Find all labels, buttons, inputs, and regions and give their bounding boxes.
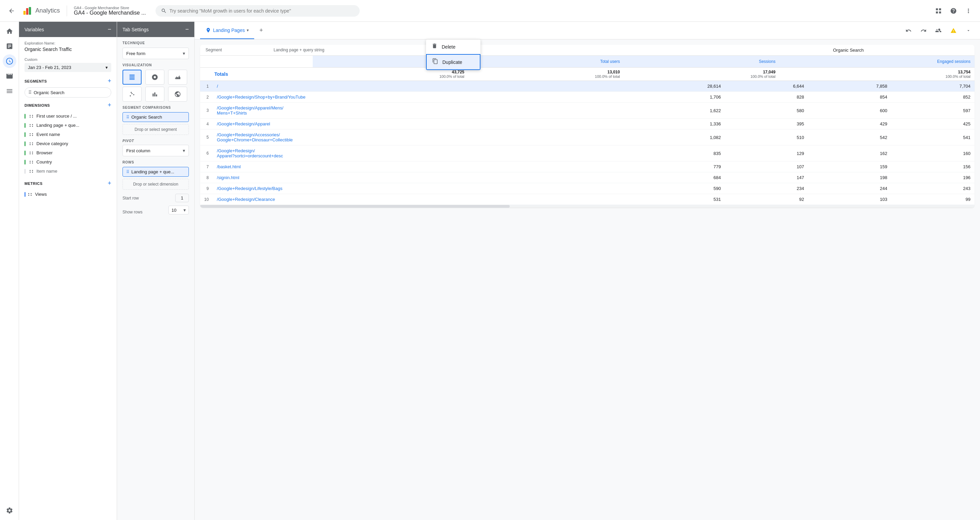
tab-bar: Landing Pages ▾ + Delete Duplicate (195, 22, 980, 40)
row-page-5[interactable]: /Google+Redesign/Apparel?sortci=ordersco… (213, 146, 631, 162)
date-picker[interactable]: Jan 23 - Feb 21, 2023 ▾ (24, 63, 111, 72)
row-views-1: 1,706 (631, 92, 725, 103)
duplicate-icon (432, 58, 438, 66)
viz-globe[interactable] (168, 87, 187, 101)
row-users-4: 510 (725, 130, 808, 146)
left-nav (0, 22, 19, 520)
row-page-7[interactable]: /signin.html (213, 172, 631, 183)
grid-button[interactable] (932, 5, 945, 17)
metric-views[interactable]: Views (24, 190, 111, 199)
rows-chip[interactable]: ⠿ Landing page + que... (123, 167, 189, 177)
totals-users: 13,010 100.0% of total (469, 68, 624, 81)
dim-device-category-label: Device category (37, 141, 111, 146)
drop-dimension-zone[interactable]: Drop or select dimension (123, 179, 189, 190)
row-views-7: 684 (631, 172, 725, 183)
viz-scatter[interactable] (123, 87, 142, 101)
tab-add-button[interactable]: + (256, 25, 266, 36)
warning-more[interactable] (962, 24, 975, 37)
context-menu-duplicate[interactable]: Duplicate (426, 54, 480, 70)
nav-explore[interactable] (3, 54, 16, 68)
row-page-6[interactable]: /basket.html (213, 162, 631, 172)
nav-settings[interactable] (3, 504, 16, 517)
dim-event-name[interactable]: Event name (24, 130, 111, 139)
dim-first-user-source-label: First user source / ... (37, 114, 111, 119)
show-rows-select[interactable]: 10 ▾ (169, 206, 189, 214)
row-page-3[interactable]: /Google+Redesign/Apparel (213, 119, 631, 130)
app-info: GA4 - Google Merchandise Store GA4 - Goo… (74, 6, 146, 16)
dim-country[interactable]: Country (24, 157, 111, 166)
row-page-4[interactable]: /Google+Redesign/Accessories/Google+Chro… (213, 130, 631, 146)
scrollbar-thumb[interactable] (200, 205, 510, 208)
start-row-value[interactable]: 1 (175, 194, 189, 202)
row-page-9[interactable]: /Google+Redesign/Clearance (213, 194, 631, 205)
redo-button[interactable] (917, 24, 930, 37)
dim-bar-green6 (24, 160, 25, 165)
more-button[interactable] (962, 5, 975, 17)
th-sessions[interactable]: Sessions (624, 56, 780, 68)
technique-select[interactable]: Free form ▾ (123, 48, 189, 59)
start-row-setting: Start row 1 (123, 194, 189, 202)
segment-chip-organic[interactable]: ⠿ Organic Search (24, 87, 111, 98)
row-page-1[interactable]: /Google+Redesign/Shop+by+Brand/YouTube (213, 92, 631, 103)
undo-button[interactable] (902, 24, 915, 37)
th-engaged[interactable]: Engaged sessions (780, 56, 975, 68)
dim-first-user-source[interactable]: First user source / ... (24, 111, 111, 120)
search-box[interactable] (156, 5, 360, 17)
drop-segment-zone[interactable]: Drop or select segment (123, 124, 189, 135)
row-users-8: 234 (725, 183, 808, 194)
row-num-3: 4 (200, 119, 213, 130)
totals-engaged: 13,754 100.0% of total (780, 68, 975, 81)
dim-device-category[interactable]: Device category (24, 139, 111, 148)
nav-reports[interactable] (3, 40, 16, 53)
row-views-6: 779 (631, 162, 725, 172)
pivot-select[interactable]: First column ▾ (123, 145, 189, 156)
row-page-8[interactable]: /Google+Redesign/Lifestyle/Bags (213, 183, 631, 194)
metric-bar-blue (24, 192, 25, 197)
nav-configure[interactable] (3, 84, 16, 98)
search-input[interactable] (169, 8, 354, 14)
row-num-2: 3 (200, 103, 213, 119)
warning-button[interactable] (947, 24, 959, 37)
tab-settings-content: TECHNIQUE Free form ▾ VISUALIZATION (117, 37, 194, 226)
viz-table[interactable] (123, 70, 142, 85)
tab-settings-title: Tab Settings (123, 27, 149, 32)
row-page-2[interactable]: /Google+Redesign/Apparel/Mens/Mens+T+Shi… (213, 103, 631, 119)
viz-line[interactable] (168, 70, 187, 85)
dim-browser[interactable]: Browser (24, 148, 111, 157)
dimensions-section-header: DIMENSIONS + (24, 101, 111, 109)
segment-dots-icon: ⠿ (28, 90, 32, 95)
context-menu-delete[interactable]: Delete (426, 40, 480, 54)
row-num-7: 8 (200, 172, 213, 183)
share-button[interactable] (932, 24, 945, 37)
tab-settings-minimize[interactable]: − (185, 26, 189, 33)
seg-comparisons-label: SEGMENT COMPARISONS (123, 106, 189, 109)
metrics-add[interactable]: + (108, 180, 111, 187)
nav-advertising[interactable] (3, 69, 16, 83)
row-users-3: 395 (725, 119, 808, 130)
row-page-0[interactable]: / (213, 81, 631, 92)
viz-bar[interactable] (145, 87, 164, 101)
nav-home[interactable] (3, 24, 16, 38)
tab-dropdown-arrow[interactable]: ▾ (247, 28, 249, 33)
dim-item-name[interactable]: Item name (24, 166, 111, 176)
dim-landing-page[interactable]: Landing page + que... (24, 120, 111, 130)
dim-landing-page-label: Landing page + que... (37, 123, 111, 128)
th-total-users[interactable]: Total users (469, 56, 624, 68)
tab-landing-pages[interactable]: Landing Pages ▾ (200, 22, 254, 39)
segments-add[interactable]: + (108, 78, 111, 85)
row-sessions-1: 854 (808, 92, 891, 103)
segment-comparison-chip[interactable]: ⠿ Organic Search (123, 112, 189, 122)
th-page (210, 56, 313, 68)
horizontal-scrollbar[interactable] (200, 205, 975, 208)
row-num-4: 5 (200, 130, 213, 146)
dimensions-add[interactable]: + (108, 101, 111, 109)
variables-minimize[interactable]: − (108, 26, 111, 33)
viz-donut[interactable] (145, 70, 164, 85)
row-views-9: 531 (631, 194, 725, 205)
back-button[interactable] (5, 5, 18, 17)
row-views-2: 1,622 (631, 103, 725, 119)
help-button[interactable] (947, 5, 959, 17)
table-row: 5 /Google+Redesign/Accessories/Google+Ch… (200, 130, 975, 146)
search-area (156, 5, 923, 17)
row-users-2: 580 (725, 103, 808, 119)
